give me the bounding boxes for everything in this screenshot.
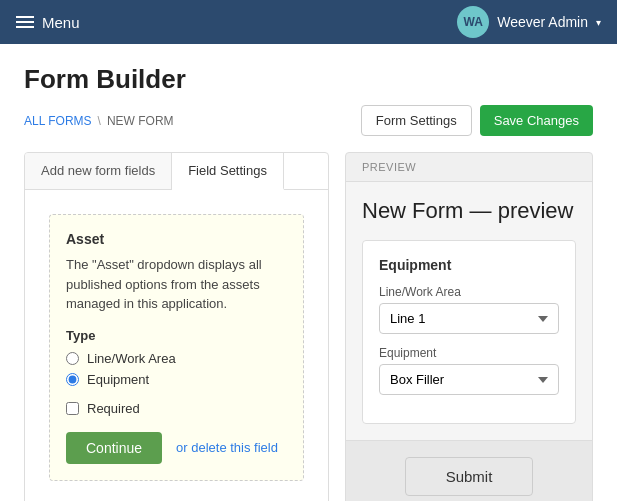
chevron-down-icon: ▾ — [596, 17, 601, 28]
breadcrumb-bar: ALL FORMS \ NEW FORM Form Settings Save … — [24, 105, 593, 136]
radio-line-work-area[interactable]: Line/Work Area — [66, 351, 287, 366]
breadcrumb-current: NEW FORM — [107, 114, 174, 128]
field-settings-panel: Asset The "Asset" dropdown displays all … — [49, 214, 304, 481]
main-content: Form Builder ALL FORMS \ NEW FORM Form S… — [0, 44, 617, 501]
preview-field-equipment: Equipment Box Filler Machine A — [379, 346, 559, 407]
preview-label: PREVIEW — [346, 153, 592, 182]
preview-section-title: Equipment — [379, 257, 559, 273]
preview-select-equipment[interactable]: Box Filler Machine A — [379, 364, 559, 395]
delete-field-link[interactable]: or delete this field — [176, 440, 278, 455]
submit-button[interactable]: Submit — [405, 457, 534, 496]
preview-submit-area: Submit — [346, 440, 592, 501]
tab-field-settings[interactable]: Field Settings — [172, 153, 284, 190]
menu-label: Menu — [42, 14, 80, 31]
top-navigation: Menu WA Weever Admin ▾ — [0, 0, 617, 44]
type-radio-group: Line/Work Area Equipment — [66, 351, 287, 387]
form-settings-button[interactable]: Form Settings — [361, 105, 472, 136]
breadcrumb-separator: \ — [98, 114, 101, 128]
required-checkbox[interactable] — [66, 402, 79, 415]
radio-input-equipment[interactable] — [66, 373, 79, 386]
form-actions: Continue or delete this field — [66, 432, 287, 464]
preview-form-title: New Form — preview — [362, 198, 576, 224]
right-panel: PREVIEW New Form — preview Equipment Lin… — [345, 152, 593, 501]
left-panel: Add new form fields Field Settings Asset… — [24, 152, 329, 501]
avatar: WA — [457, 6, 489, 38]
field-description: The "Asset" dropdown displays all publis… — [66, 255, 287, 314]
hamburger-icon — [16, 16, 34, 28]
radio-input-line-work-area[interactable] — [66, 352, 79, 365]
page-title: Form Builder — [24, 64, 593, 95]
header-actions: Form Settings Save Changes — [361, 105, 593, 136]
preview-field-line-work-area: Line/Work Area Line 1 Line 2 — [379, 285, 559, 346]
radio-equipment[interactable]: Equipment — [66, 372, 287, 387]
type-label: Type — [66, 328, 287, 343]
continue-button[interactable]: Continue — [66, 432, 162, 464]
tabs: Add new form fields Field Settings — [25, 153, 328, 190]
tab-add-fields[interactable]: Add new form fields — [25, 153, 172, 189]
field-name: Asset — [66, 231, 287, 247]
username: Weever Admin — [497, 14, 588, 30]
preview-select-line-work-area[interactable]: Line 1 Line 2 — [379, 303, 559, 334]
preview-label-equipment: Equipment — [379, 346, 559, 360]
menu-button[interactable]: Menu — [16, 14, 80, 31]
breadcrumb-all-forms[interactable]: ALL FORMS — [24, 114, 92, 128]
preview-content: New Form — preview Equipment Line/Work A… — [346, 182, 592, 440]
two-column-layout: Add new form fields Field Settings Asset… — [24, 152, 593, 501]
save-changes-button[interactable]: Save Changes — [480, 105, 593, 136]
user-menu[interactable]: WA Weever Admin ▾ — [457, 6, 601, 38]
required-checkbox-label[interactable]: Required — [66, 401, 287, 416]
preview-label-line-work-area: Line/Work Area — [379, 285, 559, 299]
preview-form-area: Equipment Line/Work Area Line 1 Line 2 E… — [362, 240, 576, 424]
breadcrumb: ALL FORMS \ NEW FORM — [24, 114, 174, 128]
